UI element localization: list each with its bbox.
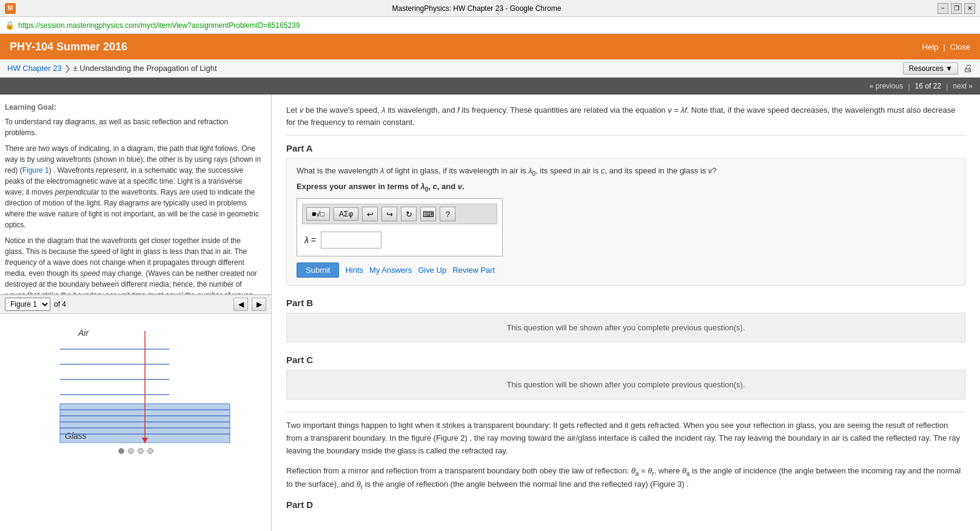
math-toolbar: ■√□ AΣφ ↩ ↪ ↻ ⌨ ? [302, 204, 497, 224]
header-links: Help | Close [922, 42, 970, 52]
figure-count: of 4 [54, 300, 66, 309]
restore-button[interactable]: ❐ [951, 3, 962, 14]
submit-button[interactable]: Submit [297, 262, 339, 278]
part-c-locked: This question will be shown after you co… [286, 370, 965, 399]
part-a-title: Part A [286, 143, 965, 153]
part-a-content: What is the wavelength λ of light in gla… [286, 158, 965, 286]
close-link[interactable]: Close [950, 42, 970, 52]
part-b-locked: This question will be shown after you co… [286, 313, 965, 342]
print-icon[interactable]: 🖨 [963, 63, 973, 74]
window-title: MasteringPhysics: HW Chapter 23 - Google… [16, 4, 938, 13]
problem-count: 16 of 22 [915, 82, 941, 90]
part-a-actions: Submit Hints My Answers Give Up Review P… [297, 262, 955, 278]
part-a-question: What is the wavelength λ of light in gla… [297, 166, 955, 177]
previous-link[interactable]: « previous [870, 82, 903, 90]
hints-link[interactable]: Hints [345, 266, 363, 275]
right-panel: Let v be the wave's speed, λ its wavelen… [272, 95, 980, 531]
math-equation-row: λ = [302, 229, 497, 251]
paragraph-3: Notice in the diagram that the wavefront… [5, 235, 261, 295]
bottom-text-2: Reflection from a mirror and reflection … [286, 465, 965, 492]
math-symbols-label: AΣφ [339, 210, 353, 218]
figure-navigator: Figure 1 Figure 2 Figure 3 Figure 4 of 4… [0, 295, 271, 314]
addressbar: 🔒 https://session.masteringphysics.com/m… [0, 17, 980, 34]
part-b-title: Part B [286, 298, 965, 308]
part-c-title: Part C [286, 355, 965, 365]
url-bar[interactable]: https://session.masteringphysics.com/myc… [18, 21, 975, 30]
left-panel: Learning Goal: To understand ray diagram… [0, 95, 272, 531]
part-b-section: Part B This question will be shown after… [286, 298, 965, 342]
part-a-section: Part A What is the wavelength λ of light… [286, 143, 965, 286]
breadcrumb-arrow: ❯ [64, 64, 71, 73]
course-title: PHY-104 Summer 2016 [10, 41, 127, 53]
breadcrumb-tools: Resources ▼ 🖨 [903, 62, 973, 75]
part-c-section: Part C This question will be shown after… [286, 355, 965, 399]
glass-label: Glass [65, 431, 87, 441]
part-c-locked-msg: This question will be shown after you co… [506, 380, 745, 389]
review-part-link[interactable]: Review Part [452, 266, 495, 275]
breadcrumb-bar: HW Chapter 23 ❯ ± Understanding the Prop… [0, 59, 980, 78]
window-controls: − ❐ ✕ [938, 3, 975, 14]
figure-svg: Air Glass [30, 319, 242, 443]
help-link[interactable]: Help [922, 42, 939, 52]
learning-text-area: Learning Goal: To understand ray diagram… [0, 95, 271, 295]
figure-next-button[interactable]: ▶ [252, 298, 266, 311]
math-help-button[interactable]: ? [440, 207, 455, 221]
figure3-link[interactable]: Figure 3 [653, 479, 682, 489]
intro-text: Let v be the wave's speed, λ its wavelen… [286, 104, 965, 136]
math-sqrt-button[interactable]: ■√□ [306, 207, 330, 221]
figure-select[interactable]: Figure 1 Figure 2 Figure 3 Figure 4 [5, 298, 50, 311]
resources-button[interactable]: Resources ▼ [903, 62, 958, 75]
breadcrumb-current: ± Understanding the Propagation of Light [73, 64, 217, 73]
figure1-link[interactable]: Figure 1 [22, 166, 49, 175]
breadcrumb-home[interactable]: HW Chapter 23 [7, 64, 62, 73]
minimize-button[interactable]: − [938, 3, 948, 14]
part-d-title: Part D [286, 499, 965, 510]
browser-icon: M [5, 3, 16, 14]
figure2-link[interactable]: Figure 2 [436, 433, 465, 442]
math-input-area: ■√□ AΣφ ↩ ↪ ↻ ⌨ ? λ = [297, 198, 503, 256]
figure-dot-4[interactable] [147, 448, 153, 454]
math-sqrt-icon: ■√□ [312, 210, 324, 218]
my-answers-link[interactable]: My Answers [369, 266, 412, 275]
figure-dot-2[interactable] [128, 448, 134, 454]
ssl-lock-icon: 🔒 [5, 21, 15, 30]
math-keyboard-button[interactable]: ⌨ [420, 207, 436, 221]
lambda-equals-label: λ = [304, 235, 316, 245]
figure-dot-1[interactable] [118, 448, 124, 454]
paragraph-2: There are two ways of indicating, in a d… [5, 143, 261, 230]
nav-bar: « previous | 16 of 22 | next » [0, 78, 980, 95]
nav-sep1: | [908, 82, 910, 91]
header-separator: | [943, 42, 945, 52]
main-content: Learning Goal: To understand ray diagram… [0, 95, 980, 531]
math-redo-button[interactable]: ↪ [381, 207, 397, 221]
math-refresh-button[interactable]: ↻ [401, 207, 417, 221]
figure-dots [118, 448, 153, 454]
app-header: PHY-104 Summer 2016 Help | Close [0, 34, 980, 59]
learning-goal-label: Learning Goal: [5, 102, 261, 113]
part-d-section: Part D [286, 499, 965, 510]
math-undo-button[interactable]: ↩ [362, 207, 378, 221]
next-link[interactable]: next » [953, 82, 973, 90]
math-symbols-button[interactable]: AΣφ [334, 207, 358, 221]
part-b-locked-msg: This question will be shown after you co… [506, 323, 745, 332]
breadcrumb: HW Chapter 23 ❯ ± Understanding the Prop… [7, 64, 217, 73]
close-window-button[interactable]: ✕ [964, 3, 975, 14]
air-label: Air [78, 328, 89, 338]
math-answer-input[interactable] [321, 232, 381, 249]
part-a-express: Express your answer in terms of λ0, c, a… [297, 182, 955, 193]
figure-display: Air Glass [0, 314, 271, 531]
figure-dot-3[interactable] [138, 448, 144, 454]
bottom-text-1: Two important things happen to light whe… [286, 412, 965, 457]
nav-sep2: | [946, 82, 948, 91]
figure-prev-button[interactable]: ◀ [233, 298, 248, 311]
titlebar: M MasteringPhysics: HW Chapter 23 - Goog… [0, 0, 980, 17]
give-up-link[interactable]: Give Up [418, 266, 446, 275]
paragraph-1: To understand ray diagrams, as well as b… [5, 116, 261, 138]
